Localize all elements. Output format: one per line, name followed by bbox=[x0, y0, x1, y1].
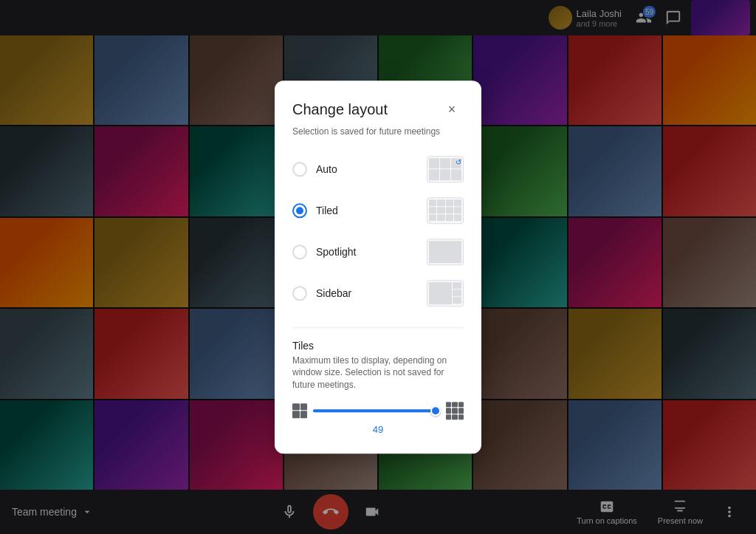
preview-cell bbox=[440, 169, 450, 180]
layout-option-sidebar[interactable]: Sidebar bbox=[292, 274, 464, 312]
layout-label-auto: Auto bbox=[316, 163, 337, 175]
layout-option-auto[interactable]: Auto ↺ bbox=[292, 150, 464, 188]
preview-sidebar-container bbox=[427, 281, 463, 306]
tiles-value: 49 bbox=[373, 424, 383, 435]
radio-tiled-inner bbox=[296, 207, 303, 214]
tiles-min-icon bbox=[292, 403, 307, 418]
layout-option-spotlight-left: Spotlight bbox=[292, 244, 356, 259]
modal-header: Change layout × bbox=[292, 98, 464, 122]
preview-cell bbox=[429, 169, 439, 180]
layout-option-tiled[interactable]: Tiled bbox=[292, 191, 464, 230]
radio-spotlight[interactable] bbox=[292, 244, 307, 259]
radio-tiled[interactable] bbox=[292, 203, 307, 218]
layout-option-auto-left: Auto bbox=[292, 162, 337, 177]
preview-tiled-grid bbox=[427, 198, 463, 223]
slider-fill bbox=[313, 409, 433, 412]
layout-option-spotlight[interactable]: Spotlight bbox=[292, 233, 464, 271]
layout-option-tiled-left: Tiled bbox=[292, 203, 338, 218]
preview-cell bbox=[429, 158, 439, 169]
tiles-desc: Maximum tiles to display, depending on w… bbox=[292, 355, 464, 391]
layout-preview-auto: ↺ bbox=[427, 156, 464, 182]
layout-preview-spotlight bbox=[427, 239, 464, 265]
tiles-slider[interactable] bbox=[313, 409, 440, 412]
slider-thumb bbox=[430, 405, 441, 416]
radio-sidebar[interactable] bbox=[292, 286, 307, 301]
modal-title: Change layout bbox=[292, 101, 388, 118]
preview-spotlight-main bbox=[427, 239, 463, 264]
layout-label-tiled: Tiled bbox=[316, 205, 338, 216]
layout-option-sidebar-left: Sidebar bbox=[292, 286, 351, 301]
tiles-slider-row bbox=[292, 402, 464, 420]
preview-cell bbox=[440, 158, 450, 169]
modal-close-button[interactable]: × bbox=[440, 98, 464, 122]
layout-label-spotlight: Spotlight bbox=[316, 246, 356, 258]
layout-label-sidebar: Sidebar bbox=[316, 287, 351, 299]
radio-auto[interactable] bbox=[292, 162, 307, 177]
tiles-section: Tiles Maximum tiles to display, dependin… bbox=[292, 327, 464, 436]
change-layout-modal: Change layout × Selection is saved for f… bbox=[275, 81, 481, 453]
layout-options: Auto ↺ Tiled bbox=[292, 150, 464, 312]
layout-preview-tiled bbox=[427, 197, 464, 224]
tiles-max-icon bbox=[446, 402, 464, 420]
layout-preview-sidebar bbox=[427, 280, 464, 307]
refresh-icon: ↺ bbox=[456, 158, 461, 166]
modal-subtitle: Selection is saved for future meetings bbox=[292, 126, 464, 137]
preview-cell bbox=[451, 169, 461, 180]
tiles-title: Tiles bbox=[292, 340, 464, 352]
